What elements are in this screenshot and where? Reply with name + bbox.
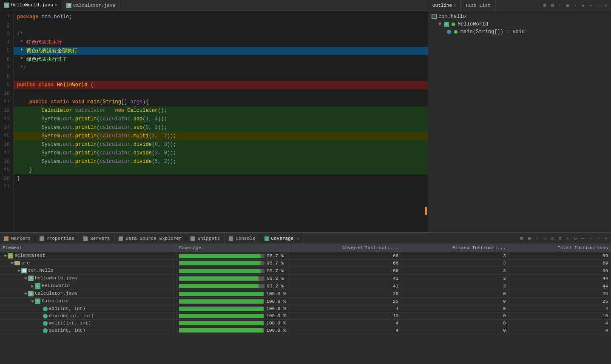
code-line-10: [14, 89, 428, 98]
table-row[interactable]: CHelloWorld 93.2 % 41344: [0, 282, 611, 290]
tab-data-source[interactable]: Data Source Explorer: [114, 233, 186, 244]
outline-toolbar: ⊟ ▤ ↕ ▣ ⚬ ◈ — □ ✕: [540, 0, 611, 11]
table-row[interactable]: JCalculator.java 100.0 % 25025: [0, 290, 611, 298]
outline-icon8[interactable]: □: [595, 2, 602, 9]
coverage-tool12[interactable]: ✕: [602, 235, 609, 242]
expand-closed-icon[interactable]: [31, 284, 34, 288]
outline-icon5[interactable]: ⚬: [572, 2, 579, 9]
expand-open-icon[interactable]: [4, 255, 7, 257]
close-coverage-tab[interactable]: ✕: [297, 236, 299, 241]
tab-coverage[interactable]: Coverage ✕: [260, 233, 304, 244]
outline-icon4[interactable]: ▣: [564, 2, 571, 9]
outline-icon3[interactable]: ↕: [557, 2, 563, 9]
outline-com-hello[interactable]: ⬛ com.hello: [430, 13, 609, 20]
code-line-17: System.out.println(calculator.divide(3, …: [14, 149, 428, 157]
coverage-tool2[interactable]: ▤: [526, 235, 533, 242]
table-cell-coverage: 100.0 %: [176, 290, 289, 298]
coverage-tool5[interactable]: ▣: [549, 235, 556, 242]
coverage-tool1[interactable]: ⊞: [518, 235, 525, 242]
method-icon: [43, 314, 48, 318]
outline-close[interactable]: ✕: [602, 2, 609, 9]
outline-icon2[interactable]: ▤: [549, 2, 556, 9]
table-cell-missed: 0: [401, 290, 509, 298]
coverage-tool6[interactable]: ⚙: [557, 235, 563, 242]
expand-open-icon[interactable]: [24, 293, 28, 295]
table-cell-covered: 41: [289, 275, 401, 282]
coverage-pct: 100.0 %: [266, 299, 286, 304]
table-row[interactable]: CCalculator 100.0 % 25025: [0, 298, 611, 305]
code-editor[interactable]: 1234567 891011121314 15161718192021 pack…: [0, 11, 428, 232]
table-cell-coverage: 100.0 %: [176, 298, 289, 305]
table-cell-total: 69: [509, 252, 611, 260]
table-row[interactable]: src 95.7 % 66369: [0, 260, 611, 267]
task-list-tab[interactable]: Task List: [461, 0, 495, 11]
table-row[interactable]: PeclemmaTest 95.7 % 66369: [0, 252, 611, 260]
code-lines[interactable]: package com.hello; /* * 红色代表未执行 * 黄色代表没有…: [14, 11, 428, 232]
coverage-tool8[interactable]: ↻: [572, 235, 579, 242]
table-cell-missed: 3: [401, 275, 509, 282]
outline-icon6[interactable]: ◈: [580, 2, 586, 9]
servers-icon: [83, 236, 88, 241]
table-cell-coverage: 95.7 %: [176, 252, 289, 260]
table-cell-coverage: 100.0 %: [176, 313, 289, 320]
outline-helloworld-label: HelloWorld: [458, 21, 488, 27]
coverage-tool10[interactable]: ⟶: [587, 235, 594, 242]
tab-servers[interactable]: Servers: [79, 233, 114, 244]
coverage-tool11[interactable]: ▽: [595, 235, 602, 242]
table-row[interactable]: divide(int, int) 100.0 % 10010: [0, 313, 611, 320]
tab-properties[interactable]: Properties: [35, 233, 79, 244]
expand-open-icon[interactable]: [31, 300, 34, 302]
tab-properties-label: Properties: [46, 236, 74, 241]
element-name: HelloWorld: [42, 283, 70, 288]
col-element: Element: [0, 244, 176, 252]
table-cell-missed: 0: [401, 305, 509, 313]
pkg-icon: ⬛: [432, 14, 437, 19]
tab-snippets[interactable]: Snippets: [186, 233, 225, 244]
outline-icon1[interactable]: ⊟: [541, 2, 548, 9]
table-row[interactable]: sub(int, int) 100.0 % 404: [0, 327, 611, 334]
coverage-tool3[interactable]: ✕: [534, 235, 540, 242]
coverage-pct: 93.2 %: [267, 276, 286, 281]
javafile-icon: J: [28, 291, 34, 296]
console-icon: [229, 236, 233, 241]
table-row[interactable]: add(int, int) 100.0 % 404: [0, 305, 611, 313]
table-cell-covered: 10: [289, 313, 401, 320]
table-cell-coverage: 93.2 %: [176, 282, 289, 290]
line-numbers: 1234567 891011121314 15161718192021: [0, 11, 14, 232]
table-cell-element: CCalculator: [0, 298, 176, 305]
expand-open-icon[interactable]: [24, 277, 28, 279]
table-cell-coverage: 95.7 %: [176, 260, 289, 267]
tab-coverage-label: Coverage: [271, 236, 294, 241]
col-missed: Missed Instructi...: [401, 244, 509, 252]
bottom-tab-bar: Markers Properties Servers Data Source E…: [0, 233, 611, 244]
coverage-tool4[interactable]: ⊟: [541, 235, 548, 242]
outline-icon7[interactable]: —: [587, 2, 594, 9]
outline-helloworld-class[interactable]: ▼ C HelloWorld: [430, 20, 609, 28]
expand-triangle[interactable]: ▼: [438, 21, 441, 27]
tab-markers[interactable]: Markers: [0, 233, 35, 244]
coverage-tool7[interactable]: ◈: [564, 235, 571, 242]
coverage-tool9[interactable]: ⟵: [580, 235, 586, 242]
code-line-4: * 红色代表未执行: [14, 38, 428, 47]
tab-console[interactable]: Console: [225, 233, 260, 244]
expand-open-icon[interactable]: [17, 270, 21, 272]
close-outline-icon[interactable]: ✕: [454, 3, 456, 8]
table-row[interactable]: ⬜com.hello 95.7 % 66369: [0, 267, 611, 275]
tab-snippets-label: Snippets: [197, 236, 220, 241]
coverage-table[interactable]: Element Coverage Covered Instructi... Mi…: [0, 244, 611, 364]
element-name: HelloWorld.java: [35, 276, 77, 281]
table-row[interactable]: JHelloWorld.java 93.2 % 41344: [0, 275, 611, 282]
code-line-3: /*: [14, 30, 428, 38]
outline-tab[interactable]: Outline ✕: [428, 0, 461, 11]
table-row[interactable]: multi(int, int) 100.0 % 404: [0, 320, 611, 327]
table-cell-total: 44: [509, 282, 611, 290]
expand-open-icon[interactable]: [11, 262, 14, 264]
tab-helloworld[interactable]: J HelloWorld.java ✕: [0, 0, 62, 11]
table-cell-total: 69: [509, 267, 611, 275]
tab-calculator[interactable]: J Calculator.java: [62, 0, 120, 11]
code-line-13: System.out.println(calculator.add(1, 4))…: [14, 115, 428, 123]
table-cell-element: ⬜com.hello: [0, 267, 176, 275]
outline-main-method[interactable]: main(String[]) : void: [430, 28, 609, 36]
close-tab-helloworld[interactable]: ✕: [55, 3, 57, 8]
table-header: Element Coverage Covered Instructi... Mi…: [0, 244, 611, 252]
